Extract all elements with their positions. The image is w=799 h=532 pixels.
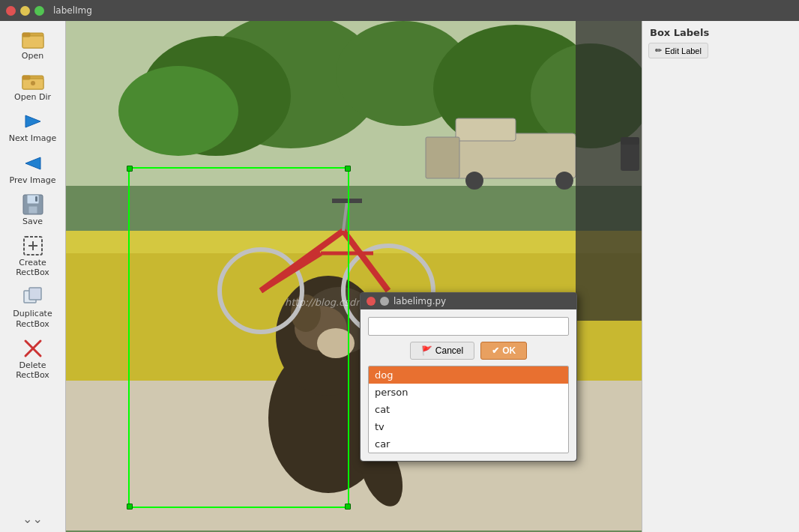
toolbar-more[interactable]: ⌄⌄	[19, 509, 46, 529]
minimize-button[interactable]	[20, 6, 30, 16]
edit-label-text: Edit Label	[665, 46, 702, 55]
svg-rect-12	[35, 196, 37, 202]
svg-rect-29	[456, 118, 516, 141]
save-button[interactable]: Save	[3, 190, 63, 229]
svg-point-26	[118, 66, 238, 156]
label-input[interactable]	[368, 317, 569, 336]
label-item-tv[interactable]: tv	[369, 418, 568, 435]
delete-rectbox-icon	[21, 336, 45, 360]
cancel-button[interactable]: 🚩 Cancel	[410, 342, 474, 360]
svg-rect-53	[576, 21, 642, 321]
open-dir-icon	[21, 68, 45, 92]
cancel-label: Cancel	[435, 345, 463, 356]
delete-rectbox-button[interactable]: Delete RectBox	[3, 333, 63, 383]
svg-marker-7	[25, 115, 40, 127]
maximize-button[interactable]	[34, 6, 44, 16]
dialog-min-button[interactable]	[380, 297, 389, 306]
open-label: Open	[22, 51, 43, 61]
next-image-button[interactable]: Next Image	[3, 106, 63, 146]
open-dir-label: Open Dir	[14, 92, 51, 102]
save-icon	[21, 193, 45, 217]
label-dialog[interactable]: labelimg.py 🚩 Cancel ✔ OK dog person cat…	[360, 292, 577, 462]
delete-rectbox-label: Delete RectBox	[7, 360, 58, 380]
svg-rect-17	[29, 288, 41, 300]
svg-point-30	[465, 172, 483, 190]
svg-point-6	[31, 81, 35, 85]
dialog-title: labelimg.py	[394, 296, 446, 306]
close-button[interactable]	[6, 6, 16, 16]
prev-image-label: Prev Image	[10, 175, 56, 185]
open-dir-button[interactable]: Open Dir	[3, 65, 63, 105]
svg-rect-2	[22, 33, 30, 37]
toolbar: Open Open Dir Next Image	[0, 21, 66, 532]
dialog-buttons: 🚩 Cancel ✔ OK	[368, 342, 569, 360]
titlebar: labelImg	[0, 0, 799, 21]
cancel-icon: 🚩	[421, 345, 432, 356]
label-item-dog[interactable]: dog	[369, 366, 568, 384]
svg-point-40	[317, 328, 355, 358]
label-item-car[interactable]: car	[369, 435, 568, 453]
svg-point-31	[555, 172, 573, 190]
create-rectbox-label: Create RectBox	[7, 258, 58, 277]
dialog-titlebar: labelimg.py	[361, 293, 576, 309]
ok-button[interactable]: ✔ OK	[480, 342, 527, 360]
svg-rect-32	[426, 137, 459, 178]
open-icon	[21, 27, 45, 51]
ok-label: OK	[502, 345, 516, 356]
duplicate-rectbox-icon	[21, 285, 45, 309]
prev-image-icon	[21, 151, 45, 175]
dialog-body: 🚩 Cancel ✔ OK dog person cat tv car	[361, 309, 576, 461]
app-title: labelImg	[53, 5, 92, 16]
duplicate-rectbox-label: Duplicate RectBox	[7, 309, 58, 328]
box-labels-title: Box Labels	[642, 21, 799, 41]
svg-marker-8	[25, 157, 40, 169]
save-label: Save	[22, 217, 43, 226]
edit-icon: ✏	[655, 46, 662, 55]
next-image-icon	[21, 109, 45, 133]
label-item-cat[interactable]: cat	[369, 401, 568, 418]
svg-rect-11	[28, 206, 37, 214]
ok-icon: ✔	[492, 345, 499, 356]
label-list: dog person cat tv car	[368, 366, 569, 453]
dialog-close-button[interactable]	[367, 297, 376, 306]
svg-rect-5	[22, 76, 30, 79]
next-image-label: Next Image	[9, 133, 57, 143]
edit-label-button[interactable]: ✏ Edit Label	[648, 43, 708, 58]
label-item-person[interactable]: person	[369, 384, 568, 401]
duplicate-rectbox-button[interactable]: Duplicate RectBox	[3, 282, 63, 331]
create-rectbox-button[interactable]: Create RectBox	[3, 231, 63, 280]
open-button[interactable]: Open	[3, 24, 63, 64]
prev-image-button[interactable]: Prev Image	[3, 148, 63, 188]
create-rectbox-icon	[21, 234, 45, 258]
svg-rect-1	[22, 36, 43, 48]
right-panel: Box Labels ✏ Edit Label	[642, 21, 799, 532]
